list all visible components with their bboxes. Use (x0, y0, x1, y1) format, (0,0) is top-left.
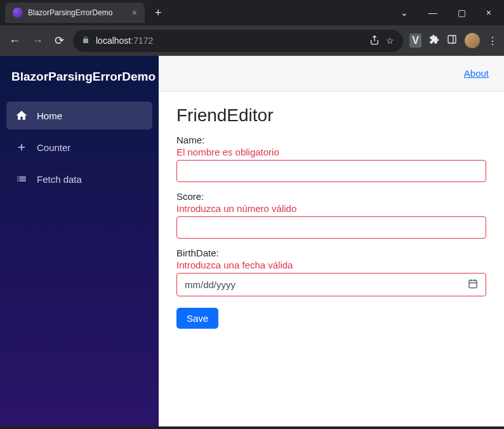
bookmark-icon[interactable]: ☆ (386, 36, 394, 46)
extensions-icon[interactable] (429, 34, 439, 47)
page-title: FriendEditor (176, 105, 486, 126)
brand-title: BlazorParsingErrorDemo (0, 56, 159, 98)
content: FriendEditor Name: El nombre es obligato… (159, 91, 504, 343)
address-bar[interactable]: localhost:7172 ☆ (73, 30, 403, 52)
sidebar-item-label: Counter (37, 142, 70, 153)
score-label: Score: (176, 191, 486, 202)
toolbar-right: V ⋮ (409, 33, 498, 48)
sidebar: BlazorParsingErrorDemo Home Counter Fetc… (0, 56, 159, 426)
titlebar: BlazorParsingErrorDemo × + ⌄ — ▢ × (0, 0, 504, 25)
sidebar-item-label: Home (37, 110, 62, 121)
calendar-icon[interactable] (468, 279, 478, 291)
topbar: About (159, 56, 504, 91)
sidebar-item-label: Fetch data (37, 174, 82, 185)
tab-favicon-icon (13, 8, 23, 18)
home-icon (15, 109, 28, 122)
sidebar-item-counter[interactable]: Counter (6, 133, 152, 161)
score-input[interactable] (176, 216, 486, 239)
birthdate-label: BirthDate: (176, 248, 486, 258)
form-group-name: Name: El nombre es obligatorio (176, 135, 486, 182)
profile-avatar[interactable] (465, 33, 480, 48)
date-placeholder: mm/dd/yyyy (185, 279, 235, 290)
name-label: Name: (176, 135, 486, 145)
browser-toolbar: ← → ⟳ localhost:7172 ☆ V ⋮ (0, 25, 504, 56)
birthdate-input[interactable]: mm/dd/yyyy (176, 273, 486, 296)
about-link[interactable]: About (464, 68, 489, 79)
close-tab-icon[interactable]: × (132, 8, 137, 18)
birthdate-error: Introduzca una fecha válida (176, 260, 486, 270)
browser-tab[interactable]: BlazorParsingErrorDemo × (5, 3, 145, 23)
svg-rect-0 (448, 36, 456, 43)
main: About FriendEditor Name: El nombre es ob… (159, 56, 504, 426)
close-window-button[interactable]: × (479, 4, 499, 22)
save-button[interactable]: Save (176, 308, 218, 329)
maximize-button[interactable]: ▢ (450, 4, 474, 22)
nav-list: Home Counter Fetch data (0, 98, 159, 201)
list-icon (15, 173, 28, 185)
browser-chrome: BlazorParsingErrorDemo × + ⌄ — ▢ × ← → ⟳… (0, 0, 504, 56)
extension-badge[interactable]: V (409, 34, 421, 48)
sidebar-item-fetch-data[interactable]: Fetch data (6, 165, 152, 193)
minimize-button[interactable]: — (421, 4, 445, 22)
reload-button[interactable]: ⟳ (52, 31, 67, 50)
back-button[interactable]: ← (6, 32, 23, 50)
name-error: El nombre es obligatorio (176, 147, 486, 157)
url-text: localhost:7172 (96, 36, 363, 46)
form-group-score: Score: Introduzca un número válido (176, 191, 486, 239)
name-input[interactable] (176, 160, 486, 182)
lock-icon (82, 36, 90, 46)
share-icon[interactable] (369, 35, 380, 47)
form-group-birthdate: BirthDate: Introduzca una fecha válida m… (176, 248, 486, 296)
forward-button[interactable]: → (29, 32, 46, 50)
score-error: Introduzca un número válido (176, 203, 486, 214)
app-viewport: BlazorParsingErrorDemo Home Counter Fetc… (0, 56, 504, 426)
plus-icon (15, 141, 28, 154)
side-panel-icon[interactable] (447, 34, 457, 47)
sidebar-item-home[interactable]: Home (6, 102, 152, 129)
tab-title: BlazorParsingErrorDemo (28, 8, 127, 17)
new-tab-button[interactable]: + (149, 6, 168, 20)
window-controls: ⌄ — ▢ × (393, 4, 499, 22)
svg-rect-2 (469, 280, 477, 288)
kebab-menu-icon[interactable]: ⋮ (487, 35, 498, 47)
url-host: localhost (96, 36, 131, 46)
tabs-row: BlazorParsingErrorDemo × + (5, 3, 168, 23)
chevron-down-icon[interactable]: ⌄ (393, 4, 416, 22)
url-port: :7172 (131, 36, 153, 46)
